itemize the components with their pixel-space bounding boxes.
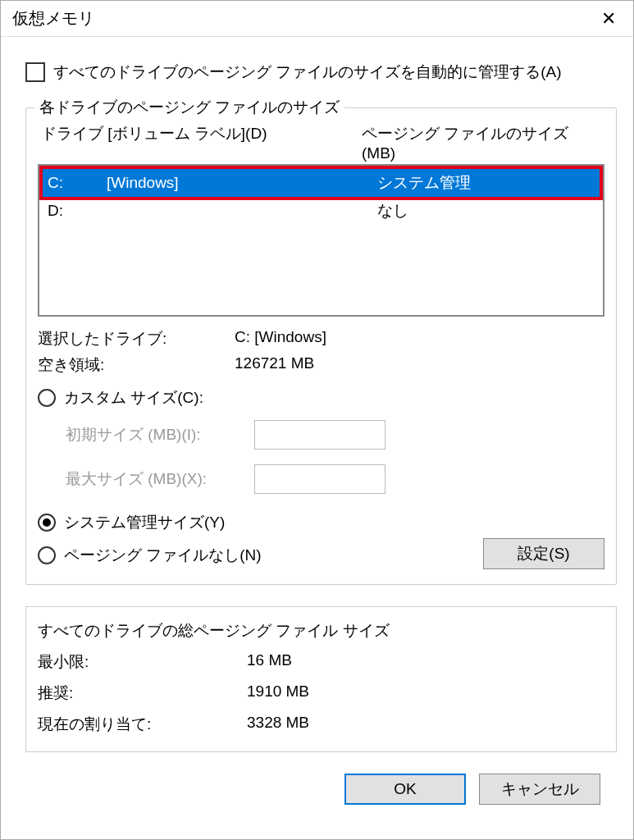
system-managed-radio[interactable] [38,514,56,532]
drive-listbox[interactable]: C: [Windows] システム管理 D: なし [38,164,604,317]
drive-size: システム管理 [377,172,471,194]
custom-size-label: カスタム サイズ(C): [64,387,203,409]
list-header: ドライブ [ボリューム ラベル](D) ページング ファイルのサイズ (MB) [38,123,604,162]
close-icon: ✕ [601,8,616,30]
titlebar: 仮想メモリ ✕ [1,1,633,37]
no-paging-label: ページング ファイルなし(N) [64,545,262,566]
rec-value: 1910 MB [247,682,309,704]
window-title: 仮想メモリ [12,7,94,30]
custom-size-radio[interactable] [38,389,56,407]
drives-group-legend: 各ドライブのページング ファイルのサイズ [34,97,344,118]
min-value: 16 MB [247,651,292,673]
total-group: すべてのドライブの総ページング ファイル サイズ 最小限: 16 MB 推奨: … [25,606,617,752]
close-button[interactable]: ✕ [584,1,633,37]
drive-size: なし [377,200,408,221]
system-managed-label: システム管理サイズ(Y) [64,512,225,533]
free-space-value: 126721 MB [235,354,314,376]
max-size-input[interactable] [254,464,385,494]
initial-size-input[interactable] [254,420,385,450]
min-label: 最小限: [38,651,247,673]
ok-button[interactable]: OK [344,774,466,805]
drive-label: [Windows] [107,174,377,192]
cancel-button[interactable]: キャンセル [479,774,600,805]
free-space-label: 空き領域: [38,354,235,376]
max-size-label: 最大サイズ (MB)(X): [66,468,254,490]
auto-manage-label: すべてのドライブのページング ファイルのサイズを自動的に管理する(A) [53,62,562,83]
no-paging-radio[interactable] [38,546,56,564]
drive-letter: D: [48,202,107,220]
rec-label: 推奨: [38,682,247,704]
col-drive-header: ドライブ [ボリューム ラベル](D) [41,123,362,162]
system-managed-radio-row[interactable]: システム管理サイズ(Y) [38,512,604,533]
max-size-row: 最大サイズ (MB)(X): [66,464,604,494]
total-group-legend: すべてのドライブの総ページング ファイル サイズ [38,620,604,641]
dialog-footer: OK キャンセル [25,752,617,805]
selected-drive-value: C: [Windows] [235,328,326,349]
col-size-header: ページング ファイルのサイズ (MB) [362,123,601,162]
initial-size-label: 初期サイズ (MB)(I): [66,424,254,445]
auto-manage-row[interactable]: すべてのドライブのページング ファイルのサイズを自動的に管理する(A) [25,62,617,83]
drive-row-d[interactable]: D: なし [39,197,603,225]
cur-value: 3328 MB [247,714,309,735]
drive-row-c[interactable]: C: [Windows] システム管理 [39,169,603,197]
selected-drive-label: 選択したドライブ: [38,328,235,349]
drive-letter: C: [48,174,107,192]
custom-size-radio-row[interactable]: カスタム サイズ(C): [38,387,604,409]
initial-size-row: 初期サイズ (MB)(I): [66,420,604,450]
cur-label: 現在の割り当て: [38,714,247,735]
drives-group: 各ドライブのページング ファイルのサイズ ドライブ [ボリューム ラベル](D)… [25,107,617,585]
auto-manage-checkbox[interactable] [25,62,45,82]
set-button[interactable]: 設定(S) [483,538,604,569]
